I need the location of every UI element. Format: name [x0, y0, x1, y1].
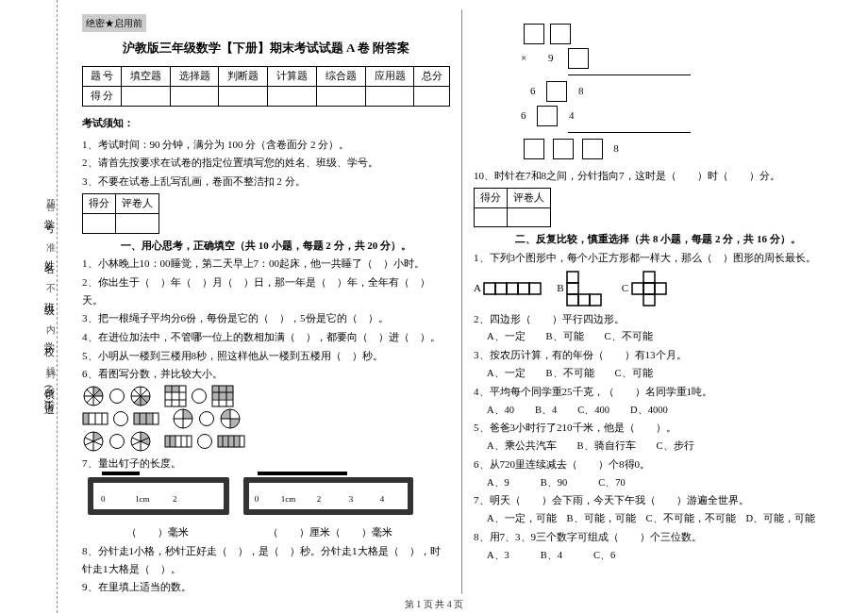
rule-line [568, 75, 691, 75]
q7-answers: （ ）毫米 （ ）厘米（ ）毫米 [82, 523, 450, 541]
svg-rect-67 [578, 294, 590, 306]
svg-rect-61 [507, 283, 518, 294]
compare-circle [109, 434, 125, 449]
q8: 8、分针走1小格，秒针正好走（ ），是（ ）秒。分针走1大格是（ ），时针走1大… [82, 542, 450, 577]
th: 填空题 [121, 67, 170, 87]
svg-rect-27 [83, 413, 89, 424]
digit-box [524, 24, 544, 44]
s2q4: 4、平均每个同学重25千克，（ ）名同学重1吨。 [474, 383, 843, 401]
exam-title: 沪教版三年级数学【下册】期末考试试题 A 卷 附答案 [82, 38, 450, 58]
circle-fraction-icon [219, 407, 242, 430]
perimeter-shapes: A B C [474, 271, 843, 306]
s2q3: 3、按农历计算，有的年份（ ）有13个月。 [474, 346, 843, 364]
s2q8-opts: A、3 B、4 C、6 [487, 547, 843, 564]
section1-title: 一、用心思考，正确填空（共 10 小题，每题 2 分，共 20 分）。 [82, 237, 450, 255]
svg-rect-68 [590, 294, 601, 306]
digit-4: 4 [569, 109, 575, 121]
label-b: B [557, 281, 563, 292]
binding-label: 班级 [44, 293, 56, 301]
q3: 3、把一根绳子平均分6份，每份是它的（ ），5份是它的（ ）。 [82, 309, 450, 327]
score-table: 题 号 填空题 选择题 判断题 计算题 综合题 应用题 总分 得 分 [82, 66, 450, 107]
svg-rect-58 [218, 436, 240, 447]
times-sign: × [521, 52, 526, 63]
notice-item: 1、考试时间：90 分钟，满分为 100 分（含卷面分 2 分）。 [82, 136, 450, 154]
svg-rect-64 [567, 272, 578, 283]
s2q7: 7、明天（ ）会下雨，今天下午我（ ）游遍全世界。 [474, 491, 843, 509]
digit-box [568, 48, 589, 69]
mini-c2: 评卷人 [116, 193, 159, 213]
svg-rect-71 [643, 283, 655, 294]
th: 总分 [414, 67, 450, 87]
digit-box [546, 81, 567, 102]
compare-circle [199, 411, 214, 426]
s2q6: 6、从720里连续减去（ ）个8得0。 [474, 456, 843, 473]
left-column: 绝密★启用前 沪教版三年级数学【下册】期末考试试题 A 卷 附答案 题 号 填空… [71, 9, 462, 594]
grid-fraction-icon [164, 385, 187, 407]
svg-rect-22 [212, 386, 233, 399]
digit-6: 6 [530, 85, 536, 96]
binding-label: 乡镇(街道) [44, 377, 56, 406]
compare-circle [192, 389, 207, 404]
shape-b-icon [566, 271, 613, 306]
s2q1: 1、下列3个图形中，每个小正方形都一样大，那么（ ）图形的周长最长。 [474, 249, 843, 267]
digit-8: 8 [613, 142, 619, 154]
q1: 1、小林晚上10：00睡觉，第二天早上7：00起床，他一共睡了（ ）小时。 [82, 255, 450, 273]
page: 绝密★启用前 沪教版三年级数学【下册】期末考试试题 A 卷 附答案 题 号 填空… [71, 9, 854, 594]
svg-rect-72 [655, 283, 666, 294]
circle-fraction-icon [129, 430, 152, 453]
fraction-figures [82, 385, 450, 453]
q5: 5、小明从一楼到三楼用8秒，照这样他从一楼到五楼用（ ）秒。 [82, 347, 450, 365]
s2q4-opts: A、40 B、4 C、400 D、4000 [487, 402, 843, 419]
digit-6: 6 [521, 109, 526, 121]
s2q7-opts: A、一定，可能 B、可能，可能 C、不可能，不可能 D、可能，可能 [487, 510, 843, 527]
bar-fraction-icon [217, 435, 245, 448]
digit-box [524, 139, 544, 159]
svg-rect-32 [134, 413, 153, 424]
th: 选择题 [170, 67, 219, 87]
svg-rect-73 [643, 294, 655, 306]
s2q2: 2、四边形（ ）平行四边形。 [474, 310, 843, 328]
compare-circle [113, 411, 128, 426]
shape-a-icon [483, 276, 549, 301]
grid-fraction-icon [211, 385, 234, 407]
bar-fraction-icon [133, 412, 159, 425]
secret-label: 绝密★启用前 [82, 14, 146, 32]
mini-score: 得分评卷人 [474, 188, 551, 228]
th: 综合题 [316, 67, 365, 87]
svg-rect-63 [529, 283, 541, 294]
notice-item: 3、不要在试卷上乱写乱画，卷面不整洁扣 2 分。 [82, 173, 450, 191]
bar-fraction-icon [164, 435, 192, 448]
section2-title: 二、反复比较，慎重选择（共 8 小题，每题 2 分，共 16 分）。 [474, 230, 843, 248]
svg-rect-62 [518, 283, 529, 294]
svg-rect-69 [643, 272, 655, 283]
circle-fraction-icon [129, 385, 152, 407]
digit-8: 8 [578, 85, 584, 96]
q7: 7、量出钉子的长度。 [82, 455, 450, 472]
digit-box [582, 139, 603, 159]
th: 应用题 [365, 67, 414, 87]
multiplication-figure: × 9 6 8 6 4 8 [521, 24, 843, 159]
q2: 2、你出生于（ ）年（ ）月（ ）日，那一年是（ ）年，全年有（ ）天。 [82, 273, 450, 308]
s2q2-opts: A、一定 B、可能 C、不可能 [487, 328, 843, 345]
q6: 6、看图写分数，并比较大小。 [82, 365, 450, 383]
notice-head: 考试须知： [82, 114, 450, 132]
compare-circle [197, 434, 212, 449]
s2q8: 8、用7、3、9三个数字可组成（ ）个三位数。 [474, 528, 843, 546]
q4: 4、在进位加法中，不管哪一位上的数相加满（ ），都要向（ ）进（ ）。 [82, 328, 450, 346]
label-c: C [622, 281, 628, 292]
circle-fraction-icon [172, 407, 194, 430]
svg-rect-70 [632, 283, 643, 294]
th: 题 号 [83, 67, 122, 87]
circle-fraction-icon [82, 430, 105, 453]
bar-fraction-icon [82, 412, 108, 425]
s2q5-opts: A、乘公共汽车 B、骑自行车 C、步行 [487, 438, 843, 455]
svg-rect-16 [172, 386, 179, 392]
label-a: A [474, 281, 480, 292]
s2q6-opts: A、9 B、90 C、70 [487, 474, 843, 491]
q10: 10、时针在7和8之间，分针指向7，这时是（ ）时（ ）分。 [474, 167, 843, 185]
digit-9: 9 [548, 52, 554, 63]
svg-rect-59 [484, 283, 495, 294]
mini-c1: 得分 [83, 193, 116, 213]
ruler-icon: 0 1cm 2 [88, 477, 229, 515]
digit-box [537, 106, 558, 126]
